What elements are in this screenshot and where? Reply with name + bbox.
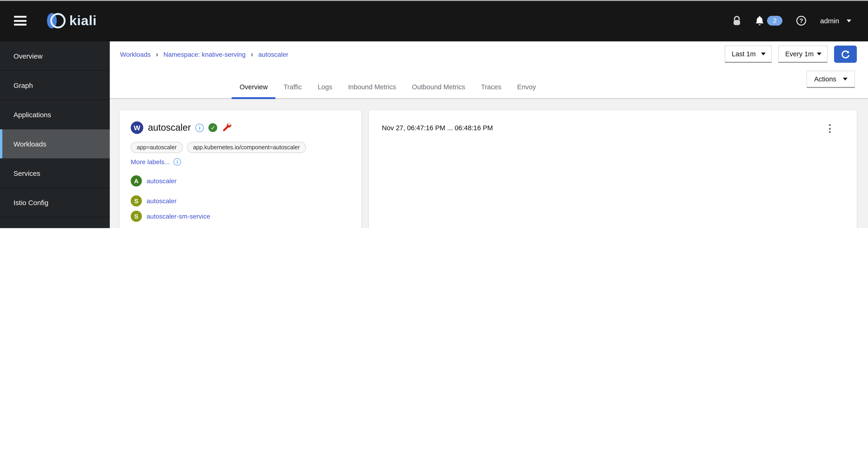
app-link[interactable]: autoscaler xyxy=(147,177,177,185)
health-ok-icon[interactable] xyxy=(209,123,217,132)
chevron-down-icon xyxy=(761,53,766,55)
chevron-down-icon xyxy=(843,78,847,80)
workload-name: autoscaler xyxy=(148,122,191,133)
user-menu[interactable]: admin xyxy=(820,17,851,25)
sidebar-item-graph[interactable]: Graph xyxy=(0,71,110,100)
masthead: kiali 2 admin xyxy=(0,0,868,41)
info-icon[interactable] xyxy=(174,158,181,166)
tab-inbound-metrics[interactable]: Inbound Metrics xyxy=(340,77,404,99)
sidebar-item-applications[interactable]: Applications xyxy=(0,100,110,129)
chevron-down-icon xyxy=(846,19,851,22)
tab-overview[interactable]: Overview xyxy=(231,77,276,99)
info-icon[interactable] xyxy=(195,124,204,132)
breadcrumb-separator-icon xyxy=(156,50,158,59)
menu-toggle-icon[interactable] xyxy=(14,16,27,26)
refresh-interval-select[interactable]: Every 1m xyxy=(778,45,828,63)
lock-icon[interactable] xyxy=(733,15,741,26)
tab-traffic[interactable]: Traffic xyxy=(276,77,310,99)
breadcrumb: Workloads Namespace: knative-serving aut… xyxy=(120,50,288,59)
mini-graph-card: Nov 27, 06:47:16 PM ... 06:48:16 PM 1 rp… xyxy=(369,110,857,228)
actions-menu-button[interactable]: Actions xyxy=(807,71,855,88)
logo-ring-icon xyxy=(50,13,66,28)
missing-sidecar-wrench-icon[interactable] xyxy=(222,122,232,133)
main-content: Workloads Namespace: knative-serving aut… xyxy=(110,41,868,228)
breadcrumb-workload-name[interactable]: autoscaler xyxy=(258,51,288,58)
username: admin xyxy=(820,17,839,25)
service-badge: S xyxy=(131,195,142,206)
tab-envoy[interactable]: Envoy xyxy=(509,77,544,99)
sidebar: Overview Graph Applications Workloads Se… xyxy=(0,41,110,228)
kiali-logo: kiali xyxy=(47,13,97,28)
tab-logs[interactable]: Logs xyxy=(310,77,340,99)
help-icon[interactable] xyxy=(796,16,806,26)
workload-summary-card: W autoscaler app=autoscaler app.kubernet… xyxy=(120,110,362,228)
more-labels-link[interactable]: More labels... xyxy=(131,158,170,166)
page-header: Workloads Namespace: knative-serving aut… xyxy=(110,41,868,99)
app-badge: A xyxy=(131,175,142,187)
window-top-edge xyxy=(0,0,868,1)
label-pill: app=autoscaler xyxy=(131,142,183,153)
tab-traces[interactable]: Traces xyxy=(473,77,509,99)
brand-name: kiali xyxy=(69,13,97,28)
notification-count-badge[interactable]: 2 xyxy=(767,16,782,26)
sidebar-item-distributed-tracing[interactable]: Distributed Tracing xyxy=(0,217,110,228)
refresh-button[interactable] xyxy=(834,45,857,63)
label-pill: app.kubernetes.io/component=autoscaler xyxy=(187,142,306,153)
workload-badge: W xyxy=(131,121,143,134)
service-link[interactable]: autoscaler xyxy=(147,197,177,205)
breadcrumb-namespace[interactable]: Namespace: knative-serving xyxy=(163,51,245,58)
kiali-app: kiali 2 admin Overview Graph Application… xyxy=(0,0,868,228)
breadcrumb-separator-icon xyxy=(251,50,253,59)
service-link[interactable]: autoscaler-sm-service xyxy=(147,213,210,220)
sidebar-item-services[interactable]: Services xyxy=(0,159,110,188)
chevron-down-icon xyxy=(817,53,822,55)
sync-icon xyxy=(841,49,850,59)
sidebar-item-overview[interactable]: Overview xyxy=(0,41,110,71)
sidebar-item-istio-config[interactable]: Istio Config xyxy=(0,188,110,217)
tab-bar: Overview Traffic Logs Inbound Metrics Ou… xyxy=(231,77,544,99)
bell-icon xyxy=(755,15,764,26)
duration-select[interactable]: Last 1m xyxy=(725,45,772,63)
notifications-button[interactable]: 2 xyxy=(755,15,782,26)
breadcrumb-workloads[interactable]: Workloads xyxy=(120,51,151,58)
graph-edges xyxy=(369,110,857,228)
sidebar-item-workloads[interactable]: Workloads xyxy=(0,129,110,159)
service-badge: S xyxy=(131,211,142,222)
tab-outbound-metrics[interactable]: Outbound Metrics xyxy=(404,77,473,99)
